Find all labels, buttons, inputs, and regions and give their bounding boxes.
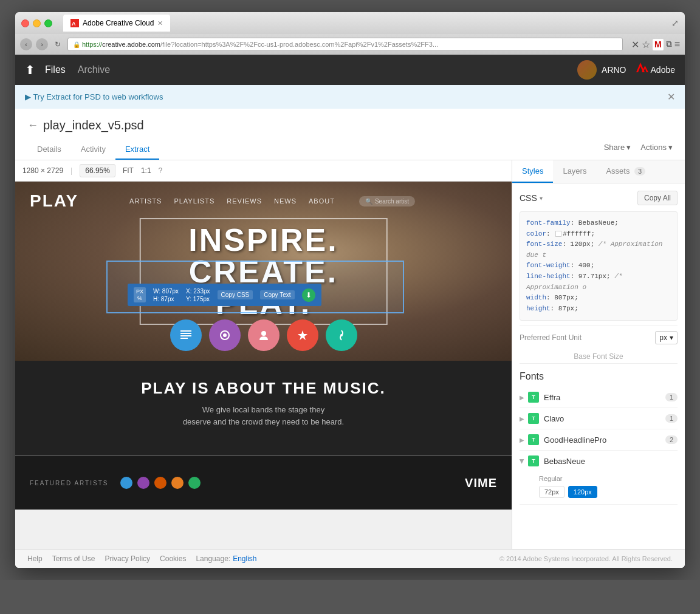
download-button[interactable]: ⬇ — [302, 288, 315, 302]
css-line-7: height: 87px; — [526, 304, 671, 315]
browser-addressbar: ‹ › ↻ 🔒 https://creative.adobe.com/file?… — [15, 34, 685, 55]
nav-about[interactable]: ABOUT — [309, 197, 335, 205]
font-unit-select[interactable]: px ▾ — [655, 331, 678, 344]
css-line-3: font-size: 120px; /* Approximation due t — [526, 239, 671, 261]
css-line-6: width: 807px; — [526, 293, 671, 304]
browser-tab[interactable]: A Adobe Creative Cloud ✕ — [63, 15, 170, 32]
css-code-block: font-family: BebasNeue; color: #ffffff; … — [520, 211, 678, 321]
footer-copyright: © 2014 Adobe Systems Incorporated. All R… — [499, 555, 673, 562]
goodheadlinepro-expand-arrow: ▶ — [520, 437, 524, 443]
footer-privacy[interactable]: Privacy Policy — [105, 554, 150, 563]
expand-icon[interactable]: ⤢ — [671, 18, 679, 28]
banner-close-button[interactable]: ✕ — [667, 91, 675, 103]
help-icon[interactable]: ? — [159, 166, 163, 175]
adobe-logo: Adobe — [636, 63, 675, 77]
nav-files[interactable]: Files — [45, 64, 66, 75]
artist-dot-2[interactable] — [137, 477, 149, 489]
size-120px[interactable]: 120px — [568, 486, 597, 498]
tab-styles[interactable]: Styles — [512, 160, 553, 183]
css-label[interactable]: CSS ▾ — [520, 193, 543, 203]
tooltip-width: W: 807px — [153, 288, 179, 295]
nav-artists[interactable]: ARTISTS — [129, 197, 162, 205]
minimize-button[interactable] — [33, 19, 41, 27]
tab-extract[interactable]: Extract — [115, 140, 159, 160]
star-icon[interactable]: ☆ — [642, 39, 650, 50]
artists-section: FEATURED ARTISTS VIME — [15, 455, 512, 510]
language-value[interactable]: English — [233, 554, 256, 563]
nav-archive[interactable]: Archive — [78, 64, 110, 75]
percent-label: % — [137, 295, 142, 301]
circle-icons-row — [170, 319, 357, 351]
font-unit-label: Preferred Font Unit — [520, 333, 582, 342]
back-arrow-button[interactable]: ← — [27, 119, 38, 132]
tab-layers[interactable]: Layers — [553, 160, 596, 183]
browser-window: A Adobe Creative Cloud ✕ ⤢ ‹ › ↻ 🔒 https… — [15, 12, 685, 568]
address-https: https:// — [82, 41, 102, 48]
footer-terms[interactable]: Terms of Use — [52, 554, 95, 563]
banner-text: ▶ Try Extract for PSD to web workflows — [25, 92, 163, 101]
footer-cookies[interactable]: Cookies — [160, 554, 186, 563]
file-name: play_index_v5.psd — [43, 118, 144, 132]
circle-icon-2 — [209, 319, 241, 351]
fit-button[interactable]: FIT — [123, 166, 134, 175]
copy-text-button[interactable]: Copy Text — [260, 290, 294, 299]
tab-close-button[interactable]: ✕ — [157, 19, 163, 27]
close-button[interactable] — [21, 19, 29, 27]
actions-button[interactable]: Actions ▾ — [640, 143, 673, 152]
address-domain: creative.adobe.com — [102, 41, 160, 48]
adobe-label: Adobe — [651, 65, 675, 75]
font-item-goodheadlinepro-row[interactable]: ▶ T GoodHeadlinePro 2 — [520, 429, 678, 450]
oneone-button[interactable]: 1:1 — [141, 166, 151, 175]
font-item-effra: ▶ T Effra 1 — [520, 387, 678, 408]
gmail-icon[interactable]: M — [653, 39, 664, 50]
tab-assets[interactable]: Assets 3 — [596, 160, 655, 183]
menu-icon[interactable]: ≡ — [674, 39, 680, 50]
share-button[interactable]: Share ▾ — [604, 143, 631, 152]
tab-details[interactable]: Details — [27, 140, 71, 160]
address-bar[interactable]: 🔒 https://creative.adobe.com/file?locati… — [67, 38, 623, 51]
nav-playlists[interactable]: PLAYLISTS — [174, 197, 214, 205]
bottom-subtitle-line2: deserve and the crowd they need to be he… — [183, 417, 344, 426]
copy-css-button[interactable]: Copy CSS — [218, 290, 253, 299]
bebasneue-icon: T — [528, 455, 539, 466]
bebasneue-name: BebasNeue — [544, 457, 678, 466]
footer-help[interactable]: Help — [27, 554, 43, 563]
artist-dot-1[interactable] — [120, 477, 132, 489]
back-nav-button[interactable]: ‹ — [20, 38, 32, 50]
actions-label: Actions — [640, 143, 667, 152]
font-item-bebasneue-row[interactable]: ▶ T BebasNeue — [520, 451, 678, 471]
css-line-5: line-height: 97.71px; /* Approximation o — [526, 271, 671, 293]
upload-icon[interactable]: ⬆ — [25, 63, 35, 77]
copy-all-button[interactable]: Copy All — [637, 191, 678, 205]
effra-name: Effra — [544, 393, 665, 402]
nav-reviews[interactable]: REVIEWS — [227, 197, 262, 205]
nav-news[interactable]: NEWS — [274, 197, 297, 205]
search-icon: 🔍 — [365, 198, 372, 205]
preview-nav: PLAY ARTISTS PLAYLISTS REVIEWS NEWS ABOU… — [15, 182, 512, 220]
clavo-icon: T — [528, 413, 539, 424]
featured-artists-label: FEATURED ARTISTS — [30, 480, 108, 486]
font-item-effra-row[interactable]: ▶ T Effra 1 — [520, 387, 678, 408]
adobe-logo-icon — [636, 63, 648, 77]
canvas-area[interactable]: 1280 × 2729 | 66.95% FIT 1:1 ? — [15, 160, 512, 549]
bookmark-icon[interactable]: ✕ — [631, 39, 639, 50]
extensions-icon[interactable]: ⧉ — [666, 39, 672, 50]
user-avatar-image — [577, 60, 597, 80]
goodheadlinepro-name: GoodHeadlinePro — [544, 435, 665, 445]
artist-dot-4[interactable] — [171, 477, 184, 489]
size-72px[interactable]: 72px — [539, 486, 564, 498]
tooltip-dimensions: W: 807px H: 87px — [153, 288, 179, 302]
circle-icon-4 — [287, 319, 318, 351]
artist-dot-5[interactable] — [188, 477, 201, 489]
panel-content: CSS ▾ Copy All font-family: BebasNeue; c… — [512, 183, 685, 549]
ssl-icon: 🔒 — [73, 41, 80, 48]
artist-dot-3[interactable] — [154, 477, 166, 489]
refresh-button[interactable]: ↻ — [52, 38, 64, 50]
tab-activity[interactable]: Activity — [71, 140, 115, 160]
css-text: CSS — [520, 193, 537, 203]
forward-nav-button[interactable]: › — [36, 38, 48, 50]
bebasneue-weight-label: Regular — [539, 475, 678, 482]
font-item-clavo-row[interactable]: ▶ T Clavo 1 — [520, 408, 678, 429]
file-tabs: Details Activity Extract Share ▾ Actions… — [27, 140, 673, 160]
maximize-button[interactable] — [44, 19, 52, 27]
